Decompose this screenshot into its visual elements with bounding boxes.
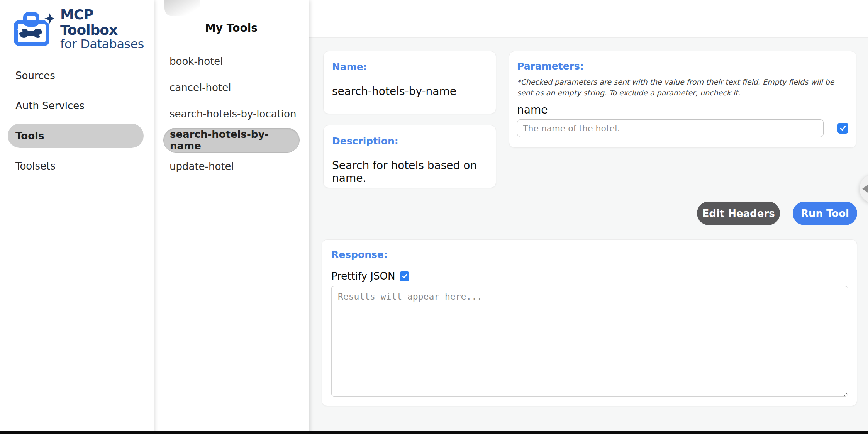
check-icon <box>401 273 408 280</box>
description-value: Search for hotels based on name. <box>332 159 487 185</box>
sidebar-item-toolsets[interactable]: Toolsets <box>8 154 144 178</box>
tools-panel-title: My Tools <box>154 22 309 34</box>
sidebar-item-auth-services[interactable]: Auth Services <box>8 93 144 118</box>
sidebar: MCP Toolbox for Databases Sources Auth S… <box>0 0 154 434</box>
description-card: Description: Search for hotels based on … <box>323 125 496 188</box>
prettify-json-label: Prettify JSON <box>331 270 395 282</box>
response-label: Response: <box>331 249 848 260</box>
name-card: Name: search-hotels-by-name <box>323 51 496 114</box>
parameter-checkbox[interactable] <box>837 123 848 134</box>
action-buttons: Edit Headers Run Tool <box>697 202 857 225</box>
parameter-name-label: name <box>517 103 848 116</box>
parameters-card: Parameters: *Checked parameters are sent… <box>509 51 856 148</box>
response-card: Response: Prettify JSON <box>322 239 857 406</box>
logo-subtitle: for Databases <box>60 37 154 51</box>
tools-panel: My Tools book-hotel cancel-hotel search-… <box>154 0 309 434</box>
sidebar-nav: Sources Auth Services Tools Toolsets <box>0 63 154 178</box>
parameters-note: *Checked parameters are sent with the va… <box>517 76 848 98</box>
name-label: Name: <box>332 61 487 73</box>
app-logo: MCP Toolbox for Databases <box>0 0 154 51</box>
run-tool-button[interactable]: Run Tool <box>793 202 857 225</box>
tool-list: book-hotel cancel-hotel search-hotels-by… <box>154 49 309 179</box>
parameters-label: Parameters: <box>517 61 848 72</box>
tool-item-book-hotel[interactable]: book-hotel <box>163 49 300 74</box>
parameter-input[interactable] <box>517 119 824 137</box>
tool-item-search-hotels-by-name[interactable]: search-hotels-by-name <box>163 128 300 153</box>
check-icon <box>839 124 847 132</box>
logo-title: MCP Toolbox <box>60 7 154 37</box>
parameter-row <box>517 119 848 137</box>
tool-item-cancel-hotel[interactable]: cancel-hotel <box>163 75 300 100</box>
toolbox-logo-icon <box>13 11 54 47</box>
description-label: Description: <box>332 136 487 147</box>
name-value: search-hotels-by-name <box>332 85 487 98</box>
prettify-json-checkbox[interactable] <box>400 271 409 281</box>
sidebar-item-tools[interactable]: Tools <box>8 124 144 148</box>
edit-headers-button[interactable]: Edit Headers <box>697 202 780 225</box>
prettify-row: Prettify JSON <box>331 270 848 282</box>
main-topbar <box>309 0 868 38</box>
response-textarea[interactable] <box>331 286 848 397</box>
main-panel: Name: search-hotels-by-name Description:… <box>309 0 868 434</box>
bottom-edge-bar <box>0 431 868 434</box>
tool-item-search-hotels-by-location[interactable]: search-hotels-by-location <box>163 102 300 126</box>
chevron-left-icon <box>862 184 868 193</box>
tool-item-update-hotel[interactable]: update-hotel <box>163 154 300 179</box>
sidebar-item-sources[interactable]: Sources <box>8 63 144 88</box>
scrolled-pill-remnant <box>164 0 200 16</box>
